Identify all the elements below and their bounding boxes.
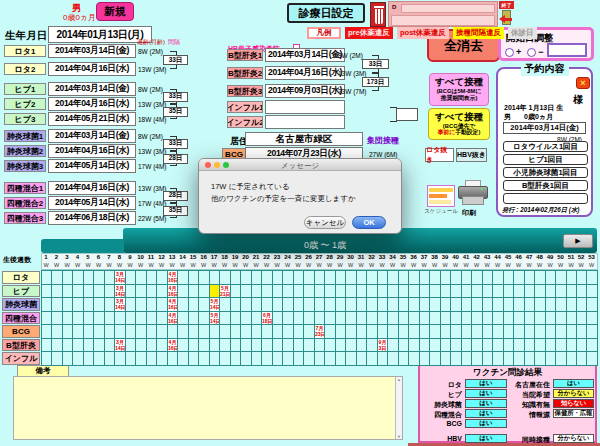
week-unit: W <box>586 262 597 268</box>
cancel-button[interactable]: キャンセル <box>304 216 346 229</box>
vaccinate-all-bcg-priority-button[interactable]: すべて接種 (BCG優先で 事前に手動設定) <box>428 108 490 140</box>
vaccine-date-field[interactable] <box>265 100 345 114</box>
schedule-cell[interactable] <box>586 338 598 352</box>
vaccine-date-field[interactable]: 2014年05月21日(水) <box>48 112 136 126</box>
vaccine-label: インフル1 <box>227 101 263 113</box>
booking-item[interactable]: ロタウイルス1回目 <box>503 141 588 152</box>
week-number: 18 <box>219 254 230 260</box>
week-unit: W <box>482 262 492 268</box>
clinic-day-setting-button[interactable]: 診療日設定 <box>287 3 365 23</box>
ok-button[interactable]: OK <box>352 216 386 229</box>
vaccine-label: ヒブ1 <box>4 83 46 95</box>
next-page-arrow-button[interactable]: ▶ <box>563 234 593 248</box>
adjust-plus-radio[interactable] <box>505 48 514 57</box>
table-row-label: ヒブ <box>2 285 40 297</box>
vaccine-date-field[interactable]: 2014年04月16日(水) <box>48 181 136 195</box>
vaccinate-all-recommended-button[interactable]: すべて接種 (BCGは5M-8Mに 推奨期間表示) <box>429 73 489 106</box>
vaccine-date-field[interactable]: 2014年03月14日(金) <box>48 44 136 58</box>
print-icon[interactable] <box>458 180 486 205</box>
vaccine-date-field[interactable]: 2014年03月14日(金) <box>48 129 136 143</box>
week-number: 9 <box>125 254 135 260</box>
table-row-label: 四種混合 <box>2 312 40 324</box>
interview-value: 知らない <box>553 399 594 408</box>
week-unit: W <box>230 262 240 268</box>
week-age-label: 13W (3M) <box>338 70 367 77</box>
interval-column-header: 間隔 <box>168 38 180 47</box>
week-number: 27 <box>314 254 324 260</box>
vaccine-date-field[interactable]: 2014年05月14日(水) <box>48 196 136 210</box>
booking-date-field[interactable]: 2014年03月14日(金) <box>503 122 586 134</box>
skip-rota-button[interactable]: ロタ抜き <box>425 148 454 162</box>
schedule-cell[interactable] <box>586 351 598 366</box>
week-unit: W <box>387 262 398 268</box>
interview-value: 保健所・広報 <box>553 409 594 418</box>
vaccine-date-field[interactable]: 2014年04月16日(水) <box>265 66 345 80</box>
week-number: 19 <box>230 254 240 260</box>
interview-label: ロタ <box>422 380 462 390</box>
remarks-tab[interactable]: 備考 <box>17 365 69 376</box>
trash-icon <box>374 6 384 8</box>
exit-button[interactable]: 終了 <box>499 1 514 27</box>
vaccine-label: ロタ2 <box>4 63 46 75</box>
schedule-cell[interactable] <box>586 297 598 312</box>
table-row-label: インフル <box>2 352 40 365</box>
week-unit: W <box>51 262 62 268</box>
schedule-mark: 16日 <box>168 304 177 310</box>
vaccine-label: 四種混合3 <box>4 212 46 224</box>
birth-date-label: 生年月日 <box>5 29 47 43</box>
dialog-titlebar[interactable]: メッセージ <box>199 159 401 171</box>
week-unit: W <box>314 262 324 268</box>
schedule-mark: 14日 <box>210 304 219 310</box>
booking-item[interactable] <box>503 193 588 204</box>
booking-item[interactable]: ヒブ1回目 <box>503 154 588 165</box>
week-number: 5 <box>83 254 93 260</box>
vaccine-date-field[interactable]: 2014年03月14日(金) <box>48 82 136 96</box>
remarks-textarea[interactable]: ▲▼ <box>13 376 403 440</box>
booking-item[interactable]: B型肝炎1回目 <box>503 180 588 191</box>
new-button[interactable]: 新規 <box>96 2 134 21</box>
schedule-mark: 16日 <box>168 277 177 283</box>
adjust-minus-radio[interactable] <box>527 48 536 57</box>
vaccine-label: B型肝炎3 <box>227 85 263 97</box>
week-unit: W <box>219 262 230 268</box>
schedule-cell[interactable] <box>586 311 598 325</box>
schedule-icon[interactable] <box>427 185 455 207</box>
vaccine-date-field[interactable]: 2014年04月16日(水) <box>48 62 136 76</box>
adjust-days-input[interactable] <box>547 43 587 57</box>
week-unit: W <box>440 262 450 268</box>
schedule-cell[interactable] <box>586 270 598 285</box>
vaccine-date-field[interactable]: 2014年09月03日(水) <box>265 84 345 98</box>
vaccine-label: B型肝炎1 <box>227 49 263 61</box>
week-unit: W <box>398 262 408 268</box>
legend-item: 接種間隔違反 <box>453 27 504 39</box>
adjust-plus-label: + <box>516 47 521 57</box>
week-unit: W <box>62 262 72 268</box>
vaccine-date-field[interactable]: 2014年05月14日(水) <box>48 159 136 173</box>
print-button-label: 印刷 <box>462 208 476 218</box>
vaccine-date-field[interactable]: 2014年04月16日(水) <box>48 97 136 111</box>
skip-hbv-button[interactable]: HBV抜き <box>456 148 487 162</box>
vaccine-date-field[interactable] <box>265 115 345 129</box>
schedule-cell[interactable] <box>586 284 598 298</box>
week-unit: W <box>303 262 314 268</box>
booking-item[interactable]: 小児肺炎球菌1回目 <box>503 167 588 178</box>
week-unit: W <box>188 262 198 268</box>
week-unit: W <box>41 262 51 268</box>
vaccine-date-field[interactable]: 2014年06月18日(水) <box>48 211 136 225</box>
remarks-scrollbar[interactable]: ▲▼ <box>395 377 402 439</box>
week-number: 52 <box>576 254 586 260</box>
week-unit: W <box>450 262 461 268</box>
week-unit: W <box>419 262 429 268</box>
vaccine-date-field[interactable]: 2014年03月14日(金) <box>265 48 345 62</box>
schedule-cell[interactable] <box>586 324 598 339</box>
week-unit: W <box>156 262 167 268</box>
week-number: 28 <box>324 254 335 260</box>
interval-days: 173日 <box>362 77 389 87</box>
close-icon[interactable]: × <box>576 77 590 89</box>
residence-field[interactable]: 名古屋市緑区 <box>245 132 363 146</box>
week-unit: W <box>293 262 303 268</box>
vaccine-date-field[interactable]: 2014年04月16日(水) <box>48 144 136 158</box>
trash-button[interactable] <box>370 2 386 27</box>
vaccine-label: ロタ1 <box>4 45 46 57</box>
age-range-label: 0歳 〜 1歳 <box>280 239 370 252</box>
